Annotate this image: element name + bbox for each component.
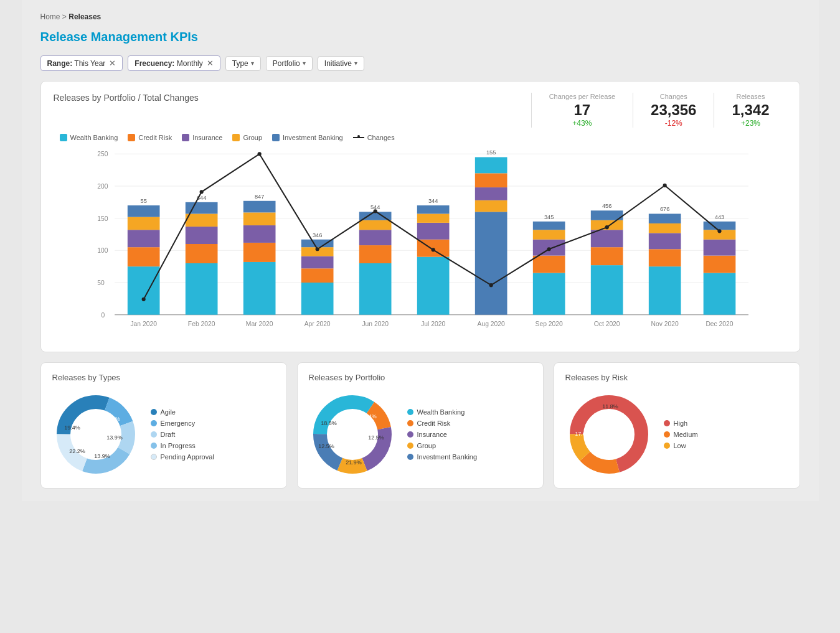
svg-point-111 xyxy=(334,416,371,453)
legend-pending-approval: Pending Approval xyxy=(151,453,214,461)
svg-rect-14 xyxy=(185,244,217,263)
bar-jan-inv xyxy=(127,205,159,217)
svg-text:344: 344 xyxy=(428,198,438,204)
legend-insurance: Insurance xyxy=(182,134,222,141)
page-title: Release Management KPIs xyxy=(40,30,800,44)
svg-text:70.6%: 70.6% xyxy=(607,434,623,441)
svg-rect-52 xyxy=(532,230,565,240)
svg-point-83 xyxy=(717,229,721,233)
svg-rect-44 xyxy=(474,200,507,212)
risk-donut-row: 70.6% 17.6% 11.8% High Medium Low xyxy=(565,391,788,478)
svg-text:55: 55 xyxy=(140,198,146,204)
range-filter[interactable]: Range: This Year ✕ xyxy=(40,55,123,71)
svg-text:30.6%: 30.6% xyxy=(104,416,120,422)
bottom-cards: Releases by Types 30.6% xyxy=(40,362,800,489)
type-chevron-icon: ▾ xyxy=(251,60,254,67)
svg-text:13.9%: 13.9% xyxy=(94,453,110,459)
legend-high: High xyxy=(664,420,698,427)
svg-text:100: 100 xyxy=(97,247,108,254)
portfolio-label: Portfolio xyxy=(273,59,300,68)
svg-text:21.9%: 21.9% xyxy=(346,459,362,466)
svg-rect-63 xyxy=(648,233,681,249)
legend-group-donut: Group xyxy=(407,442,478,449)
svg-rect-49 xyxy=(532,273,565,315)
svg-text:11.8%: 11.8% xyxy=(602,403,618,410)
svg-point-79 xyxy=(489,283,493,287)
svg-text:250: 250 xyxy=(97,151,108,157)
svg-rect-55 xyxy=(590,265,623,315)
svg-point-80 xyxy=(547,247,550,251)
legend-changes: Changes xyxy=(353,134,395,141)
svg-text:12.5%: 12.5% xyxy=(318,443,334,449)
legend-low: Low xyxy=(664,442,698,449)
svg-rect-22 xyxy=(243,212,275,225)
svg-text:Jan 2020: Jan 2020 xyxy=(130,321,157,327)
svg-text:345: 345 xyxy=(544,214,554,220)
svg-text:13.9%: 13.9% xyxy=(106,434,123,441)
portfolio-chart-card: Releases by Portfolio 34.4% 12.5% 21.9% xyxy=(297,362,544,489)
svg-rect-20 xyxy=(243,243,275,262)
svg-rect-31 xyxy=(359,263,391,315)
initiative-filter[interactable]: Initiative ▾ xyxy=(318,56,364,71)
svg-rect-61 xyxy=(648,266,681,314)
svg-rect-29 xyxy=(301,240,333,247)
svg-rect-65 xyxy=(648,213,681,223)
svg-rect-15 xyxy=(185,227,217,244)
svg-rect-46 xyxy=(474,173,507,187)
portfolio-filter[interactable]: Portfolio ▾ xyxy=(266,56,313,71)
svg-rect-56 xyxy=(590,247,623,265)
svg-point-77 xyxy=(373,209,377,213)
bar-jan-wealth xyxy=(127,266,159,314)
svg-text:Feb 2020: Feb 2020 xyxy=(187,321,215,327)
svg-text:676: 676 xyxy=(659,206,669,212)
svg-text:Dec 2020: Dec 2020 xyxy=(706,321,733,327)
frequency-remove-icon[interactable]: ✕ xyxy=(207,59,214,68)
type-label: Type xyxy=(232,59,248,68)
svg-rect-25 xyxy=(301,283,333,315)
svg-rect-41 xyxy=(417,205,449,213)
risk-donut: 70.6% 17.6% 11.8% xyxy=(565,391,653,478)
portfolio-legend: Wealth Banking Credit Risk Insurance Gro… xyxy=(407,408,478,461)
legend-credit-risk-donut: Credit Risk xyxy=(407,420,478,427)
frequency-filter[interactable]: Frecuency: Monthly ✕ xyxy=(128,55,220,71)
legend-draft: Draft xyxy=(151,431,214,438)
svg-rect-68 xyxy=(703,256,735,273)
svg-text:Mar 2020: Mar 2020 xyxy=(245,321,273,327)
svg-rect-19 xyxy=(243,262,275,315)
svg-point-81 xyxy=(605,225,608,229)
portfolio-chart-title: Releases by Portfolio xyxy=(309,373,532,382)
svg-text:200: 200 xyxy=(97,183,108,190)
risk-legend: High Medium Low xyxy=(664,420,698,449)
legend-investment-banking-donut: Investment Banking xyxy=(407,453,478,461)
frequency-label: Frecuency: Monthly xyxy=(134,59,202,68)
kpi-changes-per-release: Changes per Release 17 +43% xyxy=(531,93,633,128)
legend-credit-risk: Credit Risk xyxy=(128,134,172,141)
risk-chart-card: Releases by Risk 70.6% 17.6% 11.8% xyxy=(554,362,800,489)
svg-rect-62 xyxy=(648,249,681,266)
svg-text:456: 456 xyxy=(602,203,611,209)
bar-line-chart: 250 200 150 100 50 0 xyxy=(54,148,787,340)
svg-text:Jul 2020: Jul 2020 xyxy=(421,321,445,327)
svg-rect-34 xyxy=(359,220,391,230)
range-remove-icon[interactable]: ✕ xyxy=(109,59,116,68)
svg-point-75 xyxy=(257,152,261,156)
svg-rect-40 xyxy=(417,213,449,222)
svg-rect-32 xyxy=(359,245,391,263)
svg-point-82 xyxy=(663,184,666,187)
svg-rect-16 xyxy=(185,213,217,227)
types-legend: Agile Emergency Draft In Progress Pendin… xyxy=(151,408,214,461)
svg-text:12.5%: 12.5% xyxy=(368,434,384,441)
svg-rect-47 xyxy=(474,157,507,174)
main-chart-card: Releases by Portfolio / Total Changes Ch… xyxy=(40,81,800,352)
initiative-label: Initiative xyxy=(324,59,352,68)
svg-rect-39 xyxy=(417,223,449,240)
svg-rect-33 xyxy=(359,230,391,245)
svg-rect-69 xyxy=(703,240,735,256)
range-label: Range: This Year xyxy=(47,59,106,68)
types-chart-card: Releases by Types 30.6% xyxy=(40,362,287,489)
svg-rect-71 xyxy=(703,222,735,230)
initiative-chevron-icon: ▾ xyxy=(354,60,357,67)
svg-text:346: 346 xyxy=(312,232,321,238)
svg-text:Aug 2020: Aug 2020 xyxy=(477,321,504,327)
type-filter[interactable]: Type ▾ xyxy=(225,56,261,71)
